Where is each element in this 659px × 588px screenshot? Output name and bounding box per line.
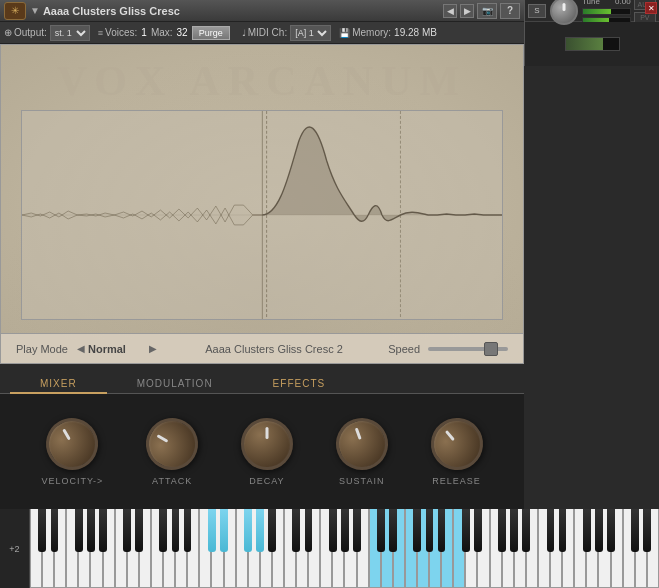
next-button[interactable]: ▶ [460, 4, 474, 18]
voices-label: Voices: [105, 27, 137, 38]
keyboard-label: +2 [0, 509, 30, 588]
mini-bar [565, 37, 620, 51]
black-key[interactable] [159, 509, 167, 552]
camera-button[interactable]: 📷 [477, 3, 497, 19]
tab-effects-label: EFFECTS [273, 378, 326, 389]
release-group: RELEASE [431, 418, 483, 486]
output-label: Output: [14, 27, 47, 38]
black-key[interactable] [329, 509, 337, 552]
info-button[interactable]: ? [500, 3, 520, 19]
preset-name: Aaaa Clusters Gliss Cresc 2 [160, 343, 388, 355]
decay-knob[interactable] [241, 418, 293, 470]
playmode-prev-button[interactable]: ◀ [77, 343, 85, 354]
sustain-group: SUSTAIN [336, 418, 388, 486]
voices-value: 1 [141, 27, 147, 38]
tune-value: 0.00 [615, 0, 631, 6]
black-key[interactable] [87, 509, 95, 552]
octave-label: +2 [9, 544, 19, 554]
tab-modulation[interactable]: MODULATION [107, 374, 243, 393]
black-key[interactable] [123, 509, 131, 552]
black-key[interactable] [172, 509, 180, 552]
midi-label: MIDI Ch: [248, 27, 287, 38]
black-key[interactable] [292, 509, 300, 552]
black-key[interactable] [426, 509, 434, 552]
black-key[interactable] [268, 509, 276, 552]
black-key[interactable] [38, 509, 46, 552]
decay-label: DECAY [249, 476, 284, 486]
black-key[interactable] [244, 509, 252, 552]
memory-value: 19.28 MB [394, 27, 437, 38]
black-key[interactable] [413, 509, 421, 552]
black-key[interactable] [353, 509, 361, 552]
waveform-display[interactable] [21, 110, 503, 320]
black-key[interactable] [510, 509, 518, 552]
tab-effects[interactable]: EFFECTS [243, 374, 356, 393]
black-key[interactable] [595, 509, 603, 552]
right-panel: S Tune 0.00 AUX PV ✕ [524, 0, 659, 66]
tabs-bar: MIXER MODULATION EFFECTS [0, 364, 524, 394]
purge-button[interactable]: Purge [192, 26, 230, 40]
dropdown-arrow-icon[interactable]: ▼ [30, 5, 40, 16]
black-key[interactable] [462, 509, 470, 552]
black-key[interactable] [51, 509, 59, 552]
right-panel-bottom [525, 22, 659, 66]
midi-select[interactable]: [A] 1 [290, 25, 331, 41]
sustain-knob[interactable] [328, 410, 395, 477]
black-key[interactable] [438, 509, 446, 552]
black-key[interactable] [547, 509, 555, 552]
max-label: Max: [151, 27, 173, 38]
tune-label: Tune [582, 0, 600, 6]
black-key[interactable] [135, 509, 143, 552]
instrument-title: Aaaa Clusters Gliss Cresc [43, 5, 443, 17]
tune-knob[interactable] [550, 0, 578, 25]
black-key[interactable] [389, 509, 397, 552]
playmode-bar: Play Mode ◀ Normal ▶ Aaaa Clusters Gliss… [1, 333, 523, 363]
attack-label: ATTACK [152, 476, 192, 486]
voices-icon: ≡ [98, 28, 103, 38]
s-button[interactable]: S [528, 4, 546, 18]
black-key[interactable] [474, 509, 482, 552]
tab-mixer-label: MIXER [40, 378, 77, 389]
black-key[interactable] [75, 509, 83, 552]
black-key[interactable] [631, 509, 639, 552]
output-select[interactable]: st. 1 [50, 25, 90, 41]
black-key[interactable] [184, 509, 192, 552]
release-knob[interactable] [420, 407, 493, 480]
black-key[interactable] [256, 509, 264, 552]
black-key[interactable] [522, 509, 530, 552]
logo: ✳ [4, 2, 26, 20]
speed-thumb[interactable] [484, 342, 498, 356]
black-key[interactable] [208, 509, 216, 552]
black-key[interactable] [99, 509, 107, 552]
tab-mixer[interactable]: MIXER [10, 374, 107, 393]
tab-modulation-label: MODULATION [137, 378, 213, 389]
black-key[interactable] [607, 509, 615, 552]
keyboard-container [30, 509, 659, 588]
velocity-knob[interactable] [37, 408, 108, 479]
black-key[interactable] [377, 509, 385, 552]
center-line [262, 111, 263, 319]
knobs-section: VELOCITY-> ATTACK DECAY SUSTAIN RELEASE [0, 394, 524, 509]
subheader-bar: ⊕ Output: st. 1 ≡ Voices: 1 Max: 32 Purg… [0, 22, 524, 44]
black-key[interactable] [559, 509, 567, 552]
black-key[interactable] [220, 509, 228, 552]
close-button[interactable]: ✕ [645, 2, 657, 14]
black-key[interactable] [305, 509, 313, 552]
decay-group: DECAY [241, 418, 293, 486]
velocity-group: VELOCITY-> [41, 418, 103, 486]
prev-button[interactable]: ◀ [443, 4, 457, 18]
right-panel-bars: Tune 0.00 [582, 0, 631, 24]
attack-group: ATTACK [146, 418, 198, 486]
black-key[interactable] [498, 509, 506, 552]
sustain-label: SUSTAIN [339, 476, 384, 486]
black-key[interactable] [643, 509, 651, 552]
right-panel-top: S Tune 0.00 AUX PV ✕ [525, 0, 659, 22]
speed-slider[interactable] [428, 347, 508, 351]
attack-knob[interactable] [137, 408, 208, 479]
memory-icon: 💾 [339, 28, 350, 38]
keyboard-area: +2 [0, 509, 659, 588]
black-key[interactable] [583, 509, 591, 552]
black-key[interactable] [341, 509, 349, 552]
playmode-next-button[interactable]: ▶ [149, 343, 157, 354]
tune-label-row: Tune 0.00 [582, 0, 631, 6]
